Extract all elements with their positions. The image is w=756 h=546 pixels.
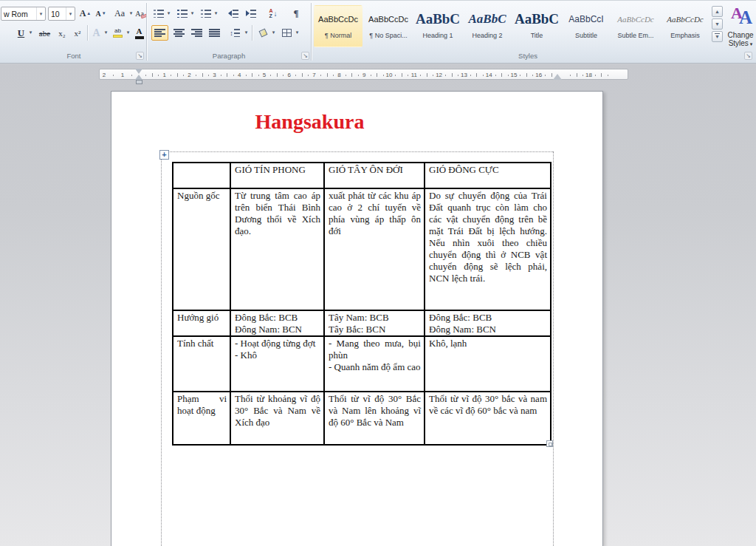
left-indent-marker[interactable] (136, 80, 142, 84)
superscript-button[interactable]: x² (70, 25, 85, 41)
table-cell[interactable]: Khô, lạnh (425, 336, 551, 392)
sort-button[interactable]: A Z ↓ (264, 6, 282, 21)
paragraph-dialog-launcher[interactable] (301, 52, 309, 60)
align-right-button[interactable] (188, 25, 205, 41)
change-case-button[interactable]: Aa (111, 6, 128, 21)
line-spacing-dropdown-icon[interactable] (243, 25, 250, 40)
line-spacing-button[interactable]: ↕ (227, 25, 243, 41)
ruler-tick (383, 75, 384, 76)
style-item-normal[interactable]: AaBbCcDc ¶ Normal (314, 5, 362, 47)
table-cell[interactable]: Đông Bắc: BCB Đông Nam: BCN (230, 310, 324, 336)
align-right-icon (191, 29, 202, 37)
borders-grid-icon (282, 29, 292, 37)
grow-font-button[interactable]: A▲ (78, 6, 93, 21)
multilevel-list-dropdown-icon[interactable] (213, 6, 219, 21)
right-indent-marker[interactable] (553, 74, 562, 80)
align-center-button[interactable] (171, 25, 187, 41)
style-item-subtitle[interactable]: AaBbCcI Subtitle (562, 5, 611, 47)
underline-button[interactable]: U (15, 25, 27, 41)
ruler-number: 16 (535, 72, 542, 78)
wind-comparison-table: GIÓ TÍN PHONG GIÓ TÂY ÔN ĐỚI GIÓ ĐÔNG CỰ… (172, 162, 551, 446)
header-cell-gio-dong-cuc[interactable]: GIÓ ĐÔNG CỰC (425, 163, 551, 188)
styles-dialog-launcher[interactable] (744, 52, 752, 60)
header-cell-empty[interactable] (173, 163, 230, 188)
text-effects-button[interactable]: A (90, 25, 103, 41)
change-styles-button[interactable]: A A Change Styles (725, 1, 756, 50)
document-title[interactable]: Hangsakura (161, 110, 553, 134)
styles-gallery-more-button[interactable]: ▼ (712, 31, 723, 42)
ruler-tick (577, 73, 577, 77)
header-cell-gio-tay-on-doi[interactable]: GIÓ TÂY ÔN ĐỚI (324, 163, 425, 188)
table-cell[interactable]: Thổi từ vĩ độ 30° bắc và nam về các vĩ đ… (425, 392, 551, 445)
ruler-tick (501, 73, 502, 77)
ruler-tick (377, 73, 377, 77)
table-move-handle[interactable] (159, 150, 169, 160)
ruler-number: 12 (436, 72, 442, 78)
styles-scroll-up-button[interactable]: ▲ (712, 6, 723, 17)
row-label-cell[interactable]: Nguồn gốc (173, 188, 230, 310)
table-cell[interactable]: Tây Nam: BCB Tây Bắc: BCN (324, 310, 425, 336)
table-cell[interactable]: - Mang theo mưa, bụi phùn - Quanh năm độ… (324, 336, 425, 392)
styles-scroll-down-button[interactable]: ▼ (712, 18, 723, 30)
ruler-number: 3 (213, 72, 216, 78)
row-label-cell[interactable]: Hướng gió (173, 310, 230, 336)
row-label-cell[interactable]: Tính chất (173, 336, 230, 392)
align-left-button[interactable] (151, 25, 168, 41)
table-resize-handle[interactable] (546, 440, 553, 447)
table-cell[interactable]: Do sự chuyển động của Trái Đất quanh trụ… (425, 188, 551, 310)
ruler[interactable]: 211234567891011121314151618 (99, 69, 628, 80)
shading-dropdown-icon[interactable] (270, 25, 277, 40)
font-name-combo[interactable]: w Rom (1, 7, 46, 21)
table-cell[interactable]: Thổi từ vĩ độ 30° Bắc và Nam lên khoảng … (324, 392, 425, 445)
grow-arrow-icon: ▲ (86, 11, 91, 16)
borders-dropdown-icon[interactable] (294, 25, 300, 40)
table-cell[interactable]: Từ trung tâm cao áp trên biển Thái Bình … (230, 188, 324, 310)
show-marks-button[interactable]: ¶ (289, 6, 303, 21)
shrink-font-button[interactable]: A▼ (94, 6, 108, 21)
font-name-dropdown-icon[interactable] (36, 7, 45, 20)
table-cell[interactable]: - Hoạt động từng đợt - Khô (230, 336, 324, 392)
divider (252, 25, 252, 41)
justify-button[interactable] (206, 25, 222, 41)
decrease-indent-button[interactable] (226, 6, 241, 21)
font-dialog-launcher[interactable] (136, 52, 144, 60)
table-cell[interactable]: xuất phát từ các khu áp cao ở 2 chí tuyế… (324, 188, 425, 310)
underline-dropdown-icon[interactable] (27, 25, 34, 40)
table-cell[interactable]: Thổi từ khoảng vĩ độ 30° Bắc và Nam về X… (230, 392, 324, 445)
style-item-emphasis[interactable]: AaBbCcDc Emphasis (661, 5, 709, 47)
style-item-heading1[interactable]: AaBbC Heading 1 (413, 5, 462, 47)
row-label-cell[interactable]: Phạm vi hoạt động (173, 392, 230, 445)
hanging-indent-marker[interactable] (135, 75, 142, 80)
highlight-dropdown-icon[interactable] (125, 25, 131, 40)
shading-button[interactable] (255, 25, 270, 41)
style-item-title[interactable]: AaBbC Title (512, 5, 561, 47)
text-effects-dropdown-icon[interactable] (103, 25, 109, 40)
style-item-no-spacing[interactable]: AaBbCcDc ¶ No Spaci... (364, 5, 413, 47)
bullets-dropdown-icon[interactable] (165, 6, 172, 21)
style-item-heading2[interactable]: AaBbC Heading 2 (463, 5, 512, 47)
numbering-button[interactable] (176, 6, 189, 21)
styles-group-label: Styles (495, 52, 561, 60)
underline-icon: U (18, 27, 24, 39)
style-item-subtle-emphasis[interactable]: AaBbCcDc Subtle Em... (611, 5, 660, 47)
highlight-button[interactable]: ab (111, 25, 125, 41)
numbering-dropdown-icon[interactable] (189, 6, 196, 21)
table-cell[interactable]: Đông Bắc: BCB Đông Nam: BCN (425, 310, 551, 336)
multilevel-list-button[interactable] (199, 6, 213, 21)
bullets-button[interactable] (152, 6, 165, 21)
font-size-dropdown-icon[interactable] (66, 7, 75, 20)
increase-indent-button[interactable] (244, 6, 258, 21)
subscript-button[interactable]: x₂ (55, 25, 69, 41)
strikethrough-button[interactable]: abe (36, 25, 53, 41)
paragraph-group-label: Paragraph (196, 52, 262, 60)
ruler-tick (145, 75, 146, 76)
font-color-bar (135, 36, 144, 39)
text-effects-icon: A (92, 27, 100, 39)
font-size-combo[interactable]: 10 (48, 7, 75, 21)
borders-button[interactable] (279, 25, 294, 41)
ruler-number: 5 (263, 72, 266, 78)
header-cell-gio-tin-phong[interactable]: GIÓ TÍN PHONG (230, 163, 324, 188)
first-line-indent-marker[interactable] (135, 69, 142, 74)
ruler-number: 9 (362, 72, 365, 78)
font-color-button[interactable]: A (133, 25, 145, 41)
